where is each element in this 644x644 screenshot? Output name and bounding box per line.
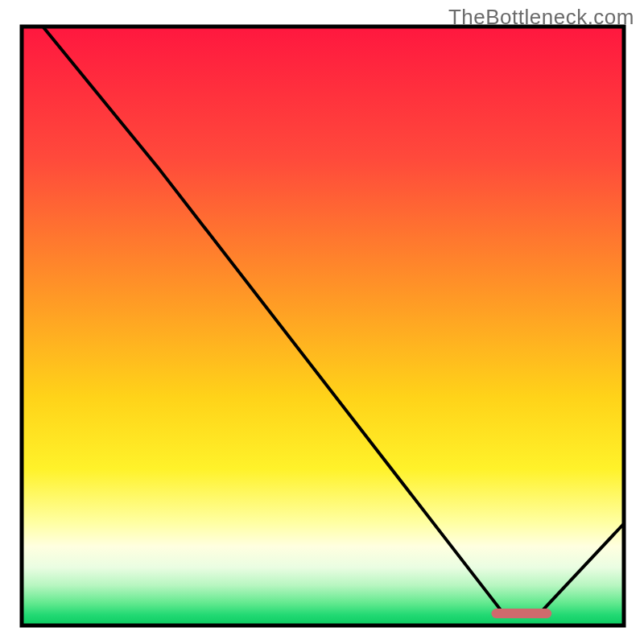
optimal-marker <box>491 609 551 618</box>
chart-container: TheBottleneck.com <box>0 0 644 644</box>
plot-gradient-fill <box>23 28 622 624</box>
bottleneck-chart <box>0 0 644 644</box>
watermark-text: TheBottleneck.com <box>448 5 634 30</box>
